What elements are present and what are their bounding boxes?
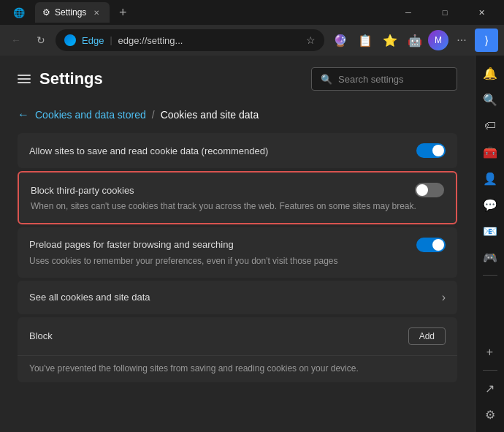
preload-pages-section: Preload pages for faster browsing and se… xyxy=(18,227,457,278)
main-layout: Settings 🔍 Search settings ← Cookies and… xyxy=(0,56,504,432)
sidebar-divider-2 xyxy=(483,370,497,371)
preload-pages-desc: Uses cookies to remember your preference… xyxy=(29,255,446,268)
block-third-party-section: Block third-party cookies When on, sites… xyxy=(18,171,457,224)
breadcrumb: ← Cookies and data stored / Cookies and … xyxy=(0,102,475,133)
add-button[interactable]: Add xyxy=(408,327,446,345)
sidebar-mail-icon[interactable]: 📧 xyxy=(478,219,502,243)
hamburger-menu[interactable] xyxy=(18,75,31,83)
sidebar-divider xyxy=(483,275,497,276)
block-third-party-toggle[interactable] xyxy=(415,183,444,197)
block-section: Block Add You've prevented the following… xyxy=(18,317,457,382)
tab-settings[interactable]: ⚙ Settings ✕ xyxy=(35,2,110,23)
back-button[interactable]: ← xyxy=(6,30,26,50)
block-header: Block Add xyxy=(18,317,457,356)
favorites-icon[interactable]: ⭐ xyxy=(378,29,402,52)
see-all-cookies-label: See all cookies and site data xyxy=(29,292,150,303)
sidebar-user-icon[interactable]: 👤 xyxy=(478,167,502,190)
settings-title-area: Settings xyxy=(18,69,103,88)
search-icon: 🔍 xyxy=(321,74,332,85)
breadcrumb-parent[interactable]: Cookies and data stored xyxy=(35,109,146,121)
sidebar-plus-icon[interactable]: + xyxy=(478,341,502,364)
window-controls: ─ □ ✕ xyxy=(392,0,498,25)
right-sidebar: 🔔 🔍 🏷 🧰 👤 💬 📧 🎮 + ↗ ⚙ xyxy=(475,56,504,432)
settings-header: Settings 🔍 Search settings xyxy=(0,56,475,102)
preload-pages-item: Preload pages for faster browsing and se… xyxy=(18,227,457,278)
copilot-icon[interactable]: 🤖 xyxy=(403,29,427,52)
search-placeholder: Search settings xyxy=(338,74,404,85)
tab-close-button[interactable]: ✕ xyxy=(91,7,102,18)
settings-content: Settings 🔍 Search settings ← Cookies and… xyxy=(0,56,475,432)
address-brand: Edge xyxy=(82,35,104,46)
see-all-cookies-item[interactable]: See all cookies and site data › xyxy=(18,281,457,314)
sidebar-bell-icon[interactable]: 🔔 xyxy=(478,61,502,85)
refresh-button[interactable]: ↻ xyxy=(31,30,51,50)
block-desc: You've prevented the following sites fro… xyxy=(18,356,457,382)
more-button[interactable]: ··· xyxy=(450,29,473,52)
allow-cookies-section: Allow sites to save and read cookie data… xyxy=(18,133,457,168)
breadcrumb-back-button[interactable]: ← xyxy=(18,108,29,121)
address-bar: ← ↻ Edge | edge://setting... ☆ 🔮 📋 ⭐ 🤖 M… xyxy=(0,25,504,56)
minimize-button[interactable]: ─ xyxy=(392,0,425,25)
address-url: edge://setting... xyxy=(118,35,301,46)
sidebar-tag-icon[interactable]: 🏷 xyxy=(478,114,502,137)
address-input[interactable]: Edge | edge://setting... ☆ xyxy=(56,29,324,51)
tab-strip: 🌐 ⚙ Settings ✕ + xyxy=(6,2,386,23)
allow-cookies-label: Allow sites to save and read cookie data… xyxy=(29,145,268,156)
sidebar-tools-icon[interactable]: 🧰 xyxy=(478,140,502,164)
breadcrumb-separator: / xyxy=(152,109,155,121)
page-title: Settings xyxy=(39,69,103,88)
breadcrumb-current: Cookies and site data xyxy=(161,109,259,121)
title-bar: 🌐 ⚙ Settings ✕ + ─ □ ✕ xyxy=(0,0,504,25)
profile-icon[interactable]: M xyxy=(428,30,448,50)
edge-logo xyxy=(64,34,76,46)
edge-sidebar-toggle[interactable]: ⟩ xyxy=(475,29,498,52)
collections-icon[interactable]: 📋 xyxy=(354,29,377,52)
settings-tab-label: Settings xyxy=(55,7,86,18)
see-all-cookies-section: See all cookies and site data › xyxy=(18,281,457,314)
block-third-party-label: Block third-party cookies xyxy=(31,185,134,196)
star-icon[interactable]: ☆ xyxy=(306,34,316,46)
preload-pages-toggle[interactable] xyxy=(416,238,446,252)
sidebar-settings-icon[interactable]: ⚙ xyxy=(478,403,502,426)
sidebar-search-icon[interactable]: 🔍 xyxy=(478,88,502,111)
sidebar-chat-icon[interactable]: 💬 xyxy=(478,193,502,216)
extensions-icon[interactable]: 🔮 xyxy=(329,29,352,52)
address-divider: | xyxy=(110,35,112,45)
maximize-button[interactable]: □ xyxy=(428,0,462,25)
allow-cookies-item: Allow sites to save and read cookie data… xyxy=(18,133,457,168)
allow-cookies-toggle[interactable] xyxy=(416,143,446,158)
toolbar-icons: 🔮 📋 ⭐ 🤖 M ··· ⟩ xyxy=(329,29,498,52)
new-tab-button[interactable]: + xyxy=(112,2,133,23)
search-box[interactable]: 🔍 Search settings xyxy=(311,67,457,91)
settings-tab-icon: ⚙ xyxy=(42,7,50,18)
preload-pages-label: Preload pages for faster browsing and se… xyxy=(29,239,234,250)
block-third-party-item: Block third-party cookies When on, sites… xyxy=(19,173,456,223)
block-title: Block xyxy=(29,330,53,341)
chevron-icon: › xyxy=(442,291,446,304)
sidebar-external-icon[interactable]: ↗ xyxy=(478,376,502,400)
tab-inactive-1[interactable]: 🌐 xyxy=(6,2,32,23)
close-button[interactable]: ✕ xyxy=(465,0,498,25)
block-third-party-desc: When on, sites can't use cookies that tr… xyxy=(31,200,444,213)
sidebar-game-icon[interactable]: 🎮 xyxy=(478,246,502,269)
